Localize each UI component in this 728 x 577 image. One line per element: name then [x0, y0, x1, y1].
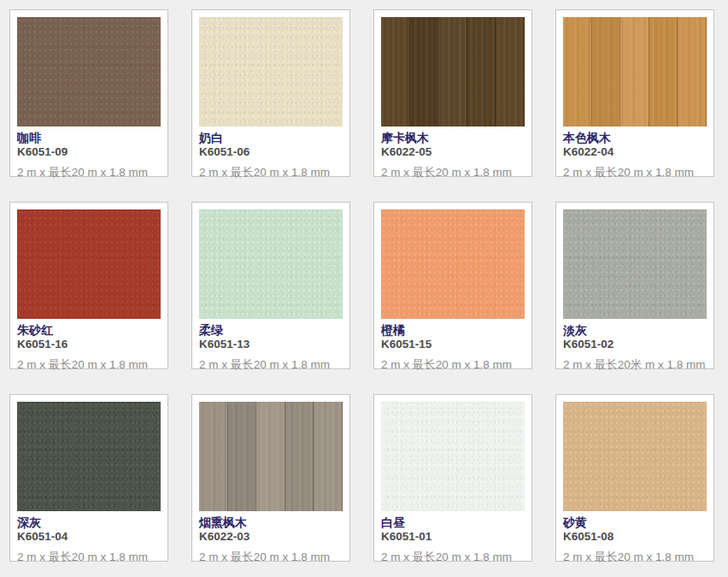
product-code: K6051-06 [199, 145, 343, 158]
product-card[interactable]: 朱砂红 K6051-16 2 m x 最长20 m x 1.8 mm [9, 202, 168, 369]
product-card[interactable]: 淡灰 K6051-02 2 m x 最长20米 m x 1.8 mm [555, 202, 714, 369]
product-name-link[interactable]: 摩卡枫木 [381, 132, 525, 144]
product-name-link[interactable]: 奶白 [199, 132, 343, 144]
product-code: K6022-05 [381, 145, 525, 158]
product-dimensions: 2 m x 最长20米 m x 1.8 mm [563, 358, 707, 371]
product-card[interactable]: 深灰 K6051-04 2 m x 最长20 m x 1.8 mm [9, 394, 168, 562]
product-name-link[interactable]: 朱砂红 [17, 324, 161, 337]
product-card[interactable]: 白昼 K6051-01 2 m x 最长20 m x 1.8 mm [373, 394, 532, 562]
product-name-link[interactable]: 砂黄 [563, 516, 707, 529]
product-swatch-image[interactable] [563, 17, 707, 127]
product-swatch-image[interactable] [17, 402, 161, 511]
product-name-link[interactable]: 本色枫木 [563, 132, 707, 144]
product-code: K6051-04 [17, 530, 161, 543]
product-dimensions: 2 m x 最长20 m x 1.8 mm [17, 166, 161, 179]
product-name-link[interactable]: 咖啡 [17, 132, 161, 144]
product-dimensions: 2 m x 最长20 m x 1.8 mm [199, 551, 343, 563]
product-code: K6022-04 [563, 145, 707, 158]
product-dimensions: 2 m x 最长20 m x 1.8 mm [199, 358, 343, 371]
product-card[interactable]: 本色枫木 K6022-04 2 m x 最长20 m x 1.8 mm [555, 9, 714, 177]
product-name-link[interactable]: 柔绿 [199, 324, 343, 337]
product-card[interactable]: 咖啡 K6051-09 2 m x 最长20 m x 1.8 mm [9, 9, 168, 177]
product-swatch-image[interactable] [199, 402, 343, 511]
product-dimensions: 2 m x 最长20 m x 1.8 mm [381, 551, 525, 563]
product-code: K6051-02 [563, 338, 707, 350]
product-card[interactable]: 柔绿 K6051-13 2 m x 最长20 m x 1.8 mm [191, 202, 350, 369]
product-grid: 咖啡 K6051-09 2 m x 最长20 m x 1.8 mm 奶白 K60… [0, 0, 728, 577]
product-dimensions: 2 m x 最长20 m x 1.8 mm [563, 551, 707, 563]
product-name-link[interactable]: 深灰 [17, 516, 161, 529]
product-swatch-image[interactable] [563, 402, 707, 511]
product-swatch-image[interactable] [17, 17, 161, 127]
product-card[interactable]: 摩卡枫木 K6022-05 2 m x 最长20 m x 1.8 mm [373, 9, 532, 177]
product-card[interactable]: 砂黄 K6051-08 2 m x 最长20 m x 1.8 mm [555, 394, 714, 562]
product-name-link[interactable]: 橙橘 [381, 324, 525, 337]
product-swatch-image[interactable] [563, 209, 707, 319]
product-dimensions: 2 m x 最长20 m x 1.8 mm [381, 358, 525, 371]
product-code: K6051-08 [563, 530, 707, 543]
product-name-link[interactable]: 烟熏枫木 [199, 516, 343, 529]
product-code: K6051-15 [381, 338, 525, 350]
product-card[interactable]: 奶白 K6051-06 2 m x 最长20 m x 1.8 mm [191, 9, 350, 177]
product-swatch-image[interactable] [17, 209, 161, 319]
product-dimensions: 2 m x 最长20 m x 1.8 mm [381, 166, 525, 179]
product-name-link[interactable]: 白昼 [381, 516, 525, 529]
product-code: K6051-09 [17, 145, 161, 158]
product-card[interactable]: 橙橘 K6051-15 2 m x 最长20 m x 1.8 mm [373, 202, 532, 369]
product-dimensions: 2 m x 最长20 m x 1.8 mm [199, 166, 343, 179]
product-dimensions: 2 m x 最长20 m x 1.8 mm [17, 551, 161, 563]
product-swatch-image[interactable] [381, 17, 525, 127]
product-swatch-image[interactable] [199, 17, 343, 127]
product-code: K6051-13 [199, 338, 343, 350]
product-code: K6051-16 [17, 338, 161, 350]
product-swatch-image[interactable] [199, 209, 343, 319]
product-code: K6051-01 [381, 530, 525, 543]
product-dimensions: 2 m x 最长20 m x 1.8 mm [563, 166, 707, 179]
product-swatch-image[interactable] [381, 402, 525, 511]
product-name-link[interactable]: 淡灰 [563, 324, 707, 337]
product-card[interactable]: 烟熏枫木 K6022-03 2 m x 最长20 m x 1.8 mm [191, 394, 350, 562]
product-swatch-image[interactable] [381, 209, 525, 319]
product-code: K6022-03 [199, 530, 343, 543]
product-dimensions: 2 m x 最长20 m x 1.8 mm [17, 358, 161, 371]
